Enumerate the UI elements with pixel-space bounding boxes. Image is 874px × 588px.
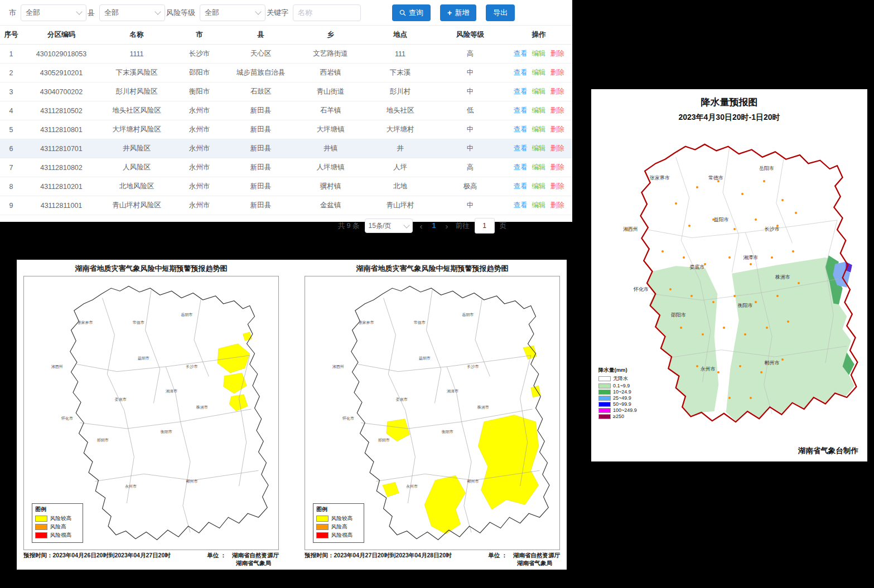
county-select-value: 全部 [104,8,119,18]
legend-label: 无降水 [613,375,628,382]
view-link[interactable]: 查看 [514,163,528,171]
precip-legend: 降水量(mm) 无降水 0.1~9.9 10~24.9 25~49.9 50~9… [597,366,649,421]
keyword-input[interactable] [293,4,361,21]
table-row[interactable]: 443112810502地头社区风险区永州市新田县石羊镇地头社区低查看编辑删除 [0,101,572,120]
rain-area-light-green [647,257,854,421]
view-link[interactable]: 查看 [514,201,528,209]
city-select-value: 全部 [26,8,40,18]
legend-item: ≥250 [598,414,648,419]
risk-level-select[interactable]: 全部 [200,4,265,21]
table-row[interactable]: 343040700202彭川村风险区衡阳市石鼓区青山街道彭川村中查看编辑删除 [0,82,572,101]
legend-swatch [598,396,611,401]
current-page[interactable]: 1 [430,222,438,230]
edit-link[interactable]: 编辑 [532,163,546,171]
legend-item: 风险高 [35,523,80,531]
view-link[interactable]: 查看 [514,182,528,190]
unit-line1: 湖南省自然资源厅 [232,552,279,558]
edit-link[interactable]: 编辑 [532,106,546,114]
view-link[interactable]: 查看 [514,106,528,114]
view-link[interactable]: 查看 [514,50,528,57]
legend-swatch [598,414,611,419]
delete-link[interactable]: 删除 [551,50,564,57]
county-select[interactable]: 全部 [99,4,165,21]
edit-link[interactable]: 编辑 [532,69,546,76]
table-cell: 2 [0,64,22,82]
page-size-value: 15条/页 [369,221,392,231]
prev-page-button[interactable]: ‹ [418,221,425,231]
table-row[interactable]: 543112810801大坪塘村风险区永州市新田县大坪塘镇大坪塘村中查看编辑删除 [0,120,572,139]
legend-swatch-red [35,532,47,538]
chevron-down-icon [76,8,82,14]
delete-link[interactable]: 删除 [551,144,564,152]
legend-swatch [598,383,611,388]
page-size-select[interactable]: 15条/页 [365,218,413,233]
table-cell: 新田县 [226,177,296,196]
filter-bar: 市 全部 县 全部 风险等级 全部 关键字 查询 [0,0,572,26]
edit-link[interactable]: 编辑 [532,201,546,209]
table-row[interactable]: 143010290180531111长沙市天心区文艺路街道111高查看编辑删除 [0,45,572,64]
legend-swatch [598,402,611,407]
legend-item: 100~249.9 [598,407,648,413]
table-cell: 井风险区 [100,139,173,158]
table-cell: 永州市 [173,158,226,177]
delete-link[interactable]: 删除 [551,201,564,209]
edit-link[interactable]: 编辑 [532,88,546,95]
legend-swatch-yellow [316,516,329,522]
table-cell: 新田县 [226,158,296,177]
table-cell: 高 [435,158,505,177]
trend-legend: 图例 风险较高 风险高 风险很高 [32,503,83,543]
actions-cell: 查看编辑删除 [505,158,572,177]
edit-link[interactable]: 编辑 [532,125,546,133]
table-row[interactable]: 943112811001青山坪村风险区永州市新田县金盆镇青山坪村中查看编辑删除 [0,196,572,215]
delete-link[interactable]: 删除 [551,88,564,95]
delete-link[interactable]: 删除 [551,125,564,133]
view-link[interactable]: 查看 [514,144,528,152]
forecast-time: 预报时间：2023年04月26日20时到2023年04月27日20时 [23,552,171,567]
table-cell: 井 [365,139,435,158]
legend-label: 风险很高 [331,532,353,539]
delete-link[interactable]: 删除 [551,106,564,114]
col-header-actions: 操作 [505,26,572,45]
risk-zone-panel: 市 全部 县 全部 风险等级 全部 关键字 查询 [0,0,572,222]
table-row[interactable]: 843112810201北地风险区永州市新田县骥村镇北地极高查看编辑删除 [0,177,572,196]
legend-label: 风险高 [50,523,66,531]
table-row[interactable]: 743112810802人风险区永州市新田县人坪塘镇人坪高查看编辑删除 [0,158,572,177]
search-button[interactable]: 查询 [392,4,431,21]
precip-map-title: 降水量预报图 [591,89,867,109]
precip-panel: 降水量预报图 2023年4月30日20时-1日20时 湘西州张家界市常德市岳阳市… [591,89,867,461]
next-page-button[interactable]: › [443,221,451,231]
legend-label: 25~49.9 [613,395,631,401]
add-button[interactable]: + 新增 [440,4,476,21]
table-cell: 北地 [365,177,435,196]
edit-link[interactable]: 编辑 [532,144,546,152]
legend-item: 风险高 [316,523,361,531]
edit-link[interactable]: 编辑 [532,50,546,57]
add-button-label: 新增 [455,8,469,18]
delete-link[interactable]: 删除 [551,163,564,171]
trend-map-1: 湘西州张家界市常德市岳阳市益阳市长沙市娄底市湘潭市株洲市怀化市邵阳市衡阳市永州市… [23,276,279,550]
table-cell: 43112810201 [22,177,100,196]
legend-label: 风险高 [331,523,347,531]
col-header-risk: 风险等级 [435,26,505,45]
delete-link[interactable]: 删除 [551,69,564,76]
table-cell: 井镇 [296,139,365,158]
precip-legend-title: 降水量(mm) [598,367,648,374]
view-link[interactable]: 查看 [514,69,528,76]
table-row[interactable]: 643112810701井风险区永州市新田县井镇井中查看编辑删除 [0,139,572,158]
col-header-code: 分区编码 [22,26,100,45]
table-cell: 4301029018053 [22,45,100,64]
pagination: 共 9 条 15条/页 ‹ 1 › 前往 页 [0,215,572,236]
goto-page-input[interactable] [475,218,495,234]
unit-line2: 湖南省气象局 [236,560,271,567]
edit-link[interactable]: 编辑 [532,182,546,190]
county-filter-label: 县 [88,8,95,18]
city-select[interactable]: 全部 [21,4,86,21]
delete-link[interactable]: 删除 [551,182,564,190]
view-link[interactable]: 查看 [514,88,528,95]
legend-swatch-yellow [35,516,47,522]
table-row[interactable]: 243052910201下末溪风险区邵阳市城步苗族自治县西岩镇下末溪中查看编辑删… [0,64,572,82]
export-button[interactable]: 导出 [486,4,515,21]
legend-label: 0.1~9.9 [613,383,630,388]
view-link[interactable]: 查看 [514,125,528,133]
legend-swatch-orange [35,524,47,530]
